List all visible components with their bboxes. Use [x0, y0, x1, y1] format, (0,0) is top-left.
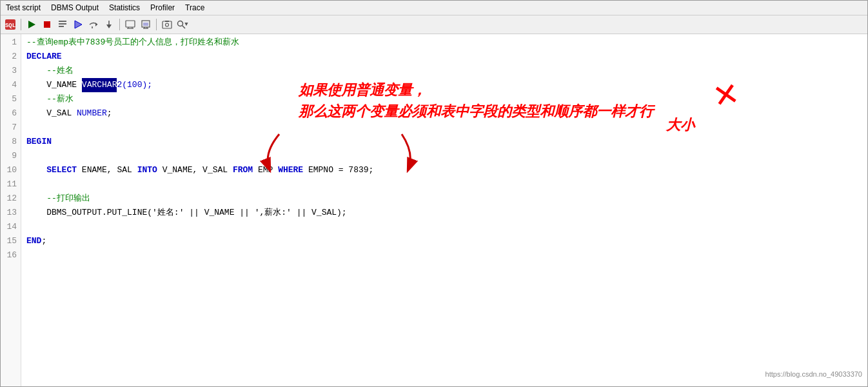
code-text: --薪水 [26, 92, 74, 106]
svg-marker-7 [75, 21, 82, 28]
code-text: --打印输出 [26, 192, 90, 206]
code-line-5: --薪水 [26, 92, 862, 106]
export-button[interactable] [139, 17, 153, 32]
main-window: Test script DBMS Output Statistics Profi… [0, 0, 868, 387]
code-text: WHERE [278, 163, 303, 177]
code-line-12: --打印输出 [26, 192, 862, 206]
svg-point-25 [178, 21, 183, 26]
menu-dbms-output[interactable]: DBMS Output [46, 2, 104, 14]
sep2 [119, 19, 120, 30]
code-line-13: DBMS_OUTPUT.PUT_LINE('姓名:' || V_NAME || … [26, 206, 862, 220]
svg-marker-9 [95, 23, 97, 26]
code-text: --姓名 [26, 64, 74, 78]
code-text [26, 163, 46, 177]
code-text: V_NAME, V_SAL [157, 163, 233, 177]
svg-point-23 [166, 23, 169, 26]
code-line-2: DECLARE [26, 50, 862, 64]
code-line-11 [26, 177, 862, 192]
svg-marker-12 [106, 25, 112, 28]
code-text: DECLARE [26, 50, 62, 64]
code-line-9 [26, 149, 862, 163]
code-line-8: BEGIN [26, 135, 862, 149]
code-line-16 [26, 248, 862, 263]
code-text: --查询emp表中7839号员工的个人信息，打印姓名和薪水 [26, 35, 239, 50]
code-text: END [26, 234, 41, 248]
menu-trace[interactable]: Trace [180, 2, 210, 14]
step-over-button[interactable] [86, 17, 101, 32]
svg-marker-2 [28, 21, 35, 28]
menu-bar: Test script DBMS Output Statistics Profi… [1, 1, 867, 15]
code-text: FROM [233, 163, 253, 177]
code-text: 2(100); [117, 78, 152, 92]
search-button[interactable]: ▼ [175, 17, 190, 32]
compile-button[interactable] [55, 17, 70, 32]
code-line-3: --姓名 [26, 64, 862, 78]
svg-rect-5 [59, 26, 64, 27]
stop-button[interactable] [40, 17, 54, 32]
svg-rect-3 [44, 21, 50, 28]
code-editor[interactable]: --查询emp表中7839号员工的个人信息，打印姓名和薪水 DECLARE --… [21, 34, 867, 386]
import-button[interactable] [123, 17, 137, 32]
menu-statistics[interactable]: Statistics [104, 2, 145, 14]
menu-profiler[interactable]: Profiler [145, 2, 180, 14]
code-text: ; [107, 106, 112, 121]
debug-button[interactable] [71, 17, 85, 32]
code-line-15: END; [26, 234, 862, 248]
code-line-1: --查询emp表中7839号员工的个人信息，打印姓名和薪水 [26, 35, 862, 50]
svg-rect-4 [59, 23, 66, 25]
code-line-7 [26, 121, 862, 135]
menu-test-script[interactable]: Test script [1, 2, 46, 14]
code-text: ; [41, 234, 46, 248]
screenshot-button[interactable] [160, 17, 174, 32]
step-into-button[interactable] [102, 17, 116, 32]
code-text: INTO [137, 163, 157, 177]
code-text: EMP [253, 163, 278, 177]
editor-area: 1 2 3 4 5 6 7 8 9 10 11 12 13 14 15 16 -… [1, 34, 867, 386]
svg-rect-22 [163, 21, 172, 28]
code-line-4: V_NAME VARCHAR2(100); [26, 78, 862, 92]
line-numbers: 1 2 3 4 5 6 7 8 9 10 11 12 13 14 15 16 [1, 34, 21, 386]
svg-rect-18 [143, 23, 148, 26]
code-highlight-varchar: VARCHAR [82, 78, 117, 92]
sep1 [21, 19, 21, 30]
code-line-14 [26, 220, 862, 234]
watermark: https://blog.csdn.no_49033370 [765, 367, 862, 381]
code-text: DBMS_OUTPUT.PUT_LINE('姓名:' || V_NAME || … [26, 206, 347, 220]
toolbar: SQL [1, 15, 867, 34]
svg-text:SQL: SQL [5, 23, 15, 29]
svg-rect-24 [165, 21, 169, 22]
code-text: ENAME, SAL [77, 163, 137, 177]
svg-rect-13 [126, 21, 135, 27]
code-line-10: SELECT ENAME, SAL INTO V_NAME, V_SAL FRO… [26, 163, 862, 177]
svg-rect-6 [59, 21, 66, 22]
oracle-icon: SQL [3, 17, 17, 32]
code-text: V_NAME [26, 78, 82, 92]
sep3 [156, 19, 157, 30]
code-text: SELECT [46, 163, 77, 177]
code-text: EMPNO = 7839; [303, 163, 373, 177]
code-line-6: V_SAL NUMBER; [26, 106, 862, 121]
run-button[interactable] [25, 17, 39, 32]
code-text: V_SAL [26, 106, 77, 121]
code-text: BEGIN [26, 135, 52, 149]
code-text: NUMBER [77, 106, 107, 121]
